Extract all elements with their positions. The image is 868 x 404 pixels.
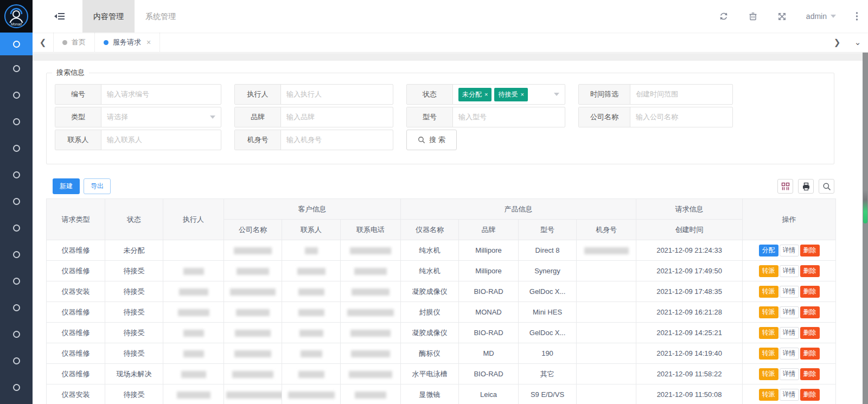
- transfer-button[interactable]: 转派: [759, 265, 778, 277]
- cell-serial: [577, 364, 636, 384]
- status-tags-field[interactable]: 未分配×待接受×: [453, 85, 565, 104]
- sidebar-item-8[interactable]: [0, 241, 33, 268]
- cell-actions: 转派详情删除: [743, 343, 836, 364]
- search-field: 编号输入请求编号: [55, 84, 221, 105]
- sidebar-item-1[interactable]: [0, 55, 33, 82]
- cell-phone: [341, 302, 401, 323]
- refresh-icon[interactable]: [719, 11, 729, 21]
- delete-button[interactable]: 删除: [800, 265, 820, 277]
- search-field: 联系人输入联系人: [55, 130, 221, 150]
- tag-close-icon[interactable]: ×: [484, 92, 488, 98]
- transfer-button[interactable]: 转派: [759, 368, 778, 380]
- chevron-down-icon: [210, 116, 215, 119]
- detail-button[interactable]: 详情: [780, 286, 799, 298]
- sidebar-item-3[interactable]: [0, 108, 33, 135]
- column-settings-icon[interactable]: [777, 179, 793, 194]
- chevron-down-icon: [554, 93, 559, 96]
- text-input-field[interactable]: 输入机身号: [281, 130, 393, 150]
- page-tab[interactable]: 首页: [53, 33, 95, 53]
- sidebar-item-13[interactable]: [0, 374, 33, 401]
- table-header: 请求类型 状态 执行人 客户信息 产品信息 请求信息 操作 公司名称 联系人 联…: [47, 199, 836, 240]
- trash-icon[interactable]: [748, 11, 758, 21]
- text-input-field[interactable]: 输入型号: [453, 107, 565, 127]
- svg-text:Monad: Monad: [11, 22, 22, 26]
- new-button[interactable]: 新建: [53, 178, 80, 194]
- sidebar-item-4[interactable]: [0, 135, 33, 162]
- text-input-field[interactable]: 创建时间范围: [630, 85, 732, 104]
- delete-button[interactable]: 删除: [800, 389, 820, 401]
- text-input-field[interactable]: 输入公司名称: [630, 107, 732, 127]
- redacted-text: [298, 371, 324, 378]
- delete-button[interactable]: 删除: [800, 306, 820, 318]
- sidebar-item-2[interactable]: [0, 82, 33, 108]
- tabs-menu-icon[interactable]: ⌄: [847, 37, 868, 47]
- text-input-field[interactable]: 输入品牌: [281, 107, 393, 127]
- transfer-button[interactable]: 转派: [759, 348, 778, 360]
- sidebar-item-12[interactable]: [0, 348, 33, 374]
- redacted-text: [183, 268, 204, 275]
- detail-button[interactable]: 详情: [780, 245, 799, 256]
- ring-icon: [13, 118, 20, 125]
- page-scrollbar[interactable]: [863, 53, 868, 404]
- sidebar-item-10[interactable]: [0, 294, 33, 321]
- sidebar-item-9[interactable]: [0, 268, 33, 294]
- detail-button[interactable]: 详情: [780, 265, 799, 277]
- table-row: 仪器维修未分配纯水机MilliporeDirect 82021-12-09 21…: [47, 240, 836, 261]
- sidebar-item-5[interactable]: [0, 162, 33, 188]
- top-menu-tab[interactable]: 内容管理: [82, 0, 135, 33]
- sidebar-item-11[interactable]: [0, 321, 33, 348]
- action-buttons: 转派详情删除: [745, 265, 833, 277]
- print-icon[interactable]: [798, 179, 814, 194]
- action-buttons: 分配详情删除: [745, 245, 833, 256]
- cell-actions: 转派详情删除: [743, 281, 836, 302]
- transfer-button[interactable]: 转派: [759, 306, 778, 318]
- assign-button[interactable]: 分配: [759, 245, 778, 256]
- detail-button[interactable]: 详情: [780, 306, 799, 318]
- detail-button[interactable]: 详情: [780, 348, 799, 360]
- collapse-sidebar-icon[interactable]: [54, 12, 65, 21]
- cell-contact: [282, 261, 341, 281]
- sidebar-item-0[interactable]: [0, 33, 33, 55]
- transfer-button[interactable]: 转派: [759, 286, 778, 298]
- ring-icon: [13, 171, 20, 178]
- search-button[interactable]: 搜 索: [406, 130, 457, 150]
- fullscreen-icon[interactable]: [777, 12, 787, 21]
- scrollbar-thumb[interactable]: [863, 190, 867, 223]
- cell-phone: [341, 343, 401, 364]
- delete-button[interactable]: 删除: [800, 368, 820, 380]
- sidebar-item-7[interactable]: [0, 215, 33, 241]
- cell-serial: [577, 323, 636, 343]
- transfer-button[interactable]: 转派: [759, 389, 778, 401]
- tag-close-icon[interactable]: ×: [520, 92, 524, 98]
- transfer-button[interactable]: 转派: [759, 327, 778, 339]
- action-buttons: 转派详情删除: [745, 286, 833, 298]
- detail-button[interactable]: 详情: [780, 389, 799, 401]
- table-row: 仪器安装待接受凝胶成像仪BIO-RADGelDoc X...2021-12-09…: [47, 281, 836, 302]
- tabs-scroll-right-icon[interactable]: ❯: [827, 37, 847, 47]
- cell-request-type: 仪器维修: [47, 261, 105, 281]
- top-menu-tab[interactable]: 系统管理: [135, 0, 187, 33]
- select-field[interactable]: 请选择: [101, 107, 221, 127]
- app-logo[interactable]: Monad: [0, 0, 33, 33]
- more-vertical-icon[interactable]: [856, 11, 858, 21]
- tabs-scroll-left-icon[interactable]: ❮: [33, 37, 53, 47]
- tab-close-icon[interactable]: ×: [146, 38, 151, 47]
- sidebar-item-6[interactable]: [0, 188, 33, 215]
- detail-button[interactable]: 详情: [780, 368, 799, 380]
- action-buttons: 转派详情删除: [745, 306, 833, 318]
- detail-button[interactable]: 详情: [780, 327, 799, 339]
- export-button[interactable]: 导出: [84, 178, 111, 194]
- text-input-field[interactable]: 输入联系人: [101, 130, 221, 150]
- delete-button[interactable]: 删除: [800, 286, 820, 298]
- delete-button[interactable]: 删除: [800, 327, 820, 339]
- table-row: 仪器维修待接受酶标仪MD1902021-12-09 14:19:40转派详情删除: [47, 343, 836, 364]
- delete-button[interactable]: 删除: [800, 348, 820, 360]
- user-menu[interactable]: admin: [806, 12, 836, 21]
- field-label: 机身号: [235, 130, 281, 150]
- delete-button[interactable]: 删除: [800, 245, 820, 256]
- cell-actions: 转派详情删除: [743, 261, 836, 281]
- zoom-icon[interactable]: [819, 179, 834, 194]
- page-tab[interactable]: 服务请求×: [95, 33, 160, 53]
- text-input-field[interactable]: 输入请求编号: [101, 85, 221, 104]
- text-input-field[interactable]: 输入执行人: [281, 85, 393, 104]
